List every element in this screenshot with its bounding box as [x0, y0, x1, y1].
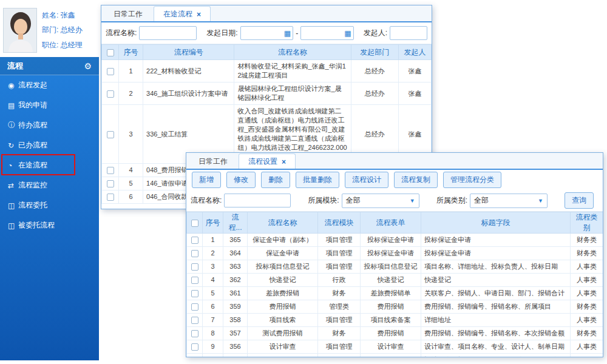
col-person: 发起人 — [398, 45, 431, 60]
calendar-icon[interactable]: ▦ — [344, 29, 351, 38]
select-all-checkbox[interactable] — [107, 49, 114, 56]
sidebar-item-label: 流程委托 — [18, 200, 47, 211]
table-row[interactable]: 1 365 保证金申请（副本） 项目管理 投标保证金申请 投标保证金申请 财务类 — [187, 234, 603, 247]
cell-no: 1 — [119, 60, 143, 83]
cell-category: 财务类 — [571, 247, 603, 260]
row-checkbox[interactable] — [191, 263, 198, 271]
cell-no: 8 — [203, 327, 223, 340]
row-checkbox[interactable] — [191, 250, 198, 257]
sidebar-item[interactable]: ⇄ 流程监控 — [0, 175, 99, 195]
tabbar: 日常工作 在途流程 × — [101, 5, 432, 22]
row-checkbox[interactable] — [191, 343, 198, 351]
table-row[interactable]: 3 363 投标项目信息登记 项目管理 投标项目信息登记 项目名称、详细地址、投… — [187, 260, 603, 274]
cell-category: 财务类 — [571, 327, 603, 340]
user-title: 职位: 总经理 — [42, 40, 83, 50]
cell-form: 费用报销 — [361, 327, 421, 340]
row-checkbox[interactable] — [107, 131, 114, 138]
module-label: 所属模块: — [308, 195, 339, 206]
sidebar-item-label: 已办流程 — [18, 140, 47, 150]
sidebar-item-label: 我的申请 — [18, 100, 47, 110]
date-to-input[interactable]: ▦ — [300, 26, 353, 40]
cell-name: 设计审查 — [248, 340, 318, 354]
tab-close-icon[interactable]: × — [197, 11, 201, 18]
process-name-input[interactable] — [224, 194, 291, 207]
calendar-icon[interactable]: ▦ — [284, 29, 291, 38]
sidebar-item-icon: ◉ — [8, 81, 18, 90]
cell-form: 设计进度汇报 — [361, 354, 421, 358]
table-row[interactable]: 6 359 费用报销 管理类 费用报销 费用报销、报销编号、报销名称、所属项目 … — [187, 300, 603, 314]
sidebar-item[interactable]: ↻ 已办流程 — [0, 135, 99, 155]
toolbar-button[interactable]: 批量删除 — [296, 172, 339, 188]
table-row[interactable]: 8 357 测试费用报销 财务 费用报销 费用报销、报销编号、报销名称、本次报销… — [187, 327, 603, 340]
sidebar-item[interactable]: ◉ 流程发起 — [0, 75, 99, 95]
tab-close-icon[interactable]: × — [282, 158, 286, 166]
cell-dept: 总经办 — [351, 83, 398, 105]
tab-daily-work[interactable]: 日常工作 — [189, 154, 237, 169]
row-checkbox[interactable] — [191, 290, 198, 297]
table-row[interactable]: 7 358 项目线索 项目管理 项目线索备案 详细地址 人事类 — [187, 314, 603, 327]
toolbar-button[interactable]: 流程设计 — [345, 172, 388, 188]
row-checkbox[interactable] — [191, 303, 198, 311]
cell-form: 投标保证金申请 — [361, 247, 421, 260]
cell-module: 项目管理 — [318, 340, 361, 354]
row-checkbox[interactable] — [107, 194, 114, 201]
initiator-input[interactable] — [390, 26, 427, 40]
row-checkbox[interactable] — [107, 90, 114, 98]
cell-module: 财务 — [318, 287, 361, 300]
select-all-checkbox[interactable] — [191, 220, 198, 227]
table-row[interactable]: 5 361 差旅费报销 财务 差旅费报销单 关联客户、报销人、申请日期、部门、报… — [187, 287, 603, 300]
row-checkbox[interactable] — [191, 317, 198, 324]
toolbar-button[interactable]: 修改 — [226, 172, 256, 188]
toolbar-button[interactable]: 删除 — [261, 172, 290, 188]
sidebar-item[interactable]: ◫ 被委托流程 — [0, 215, 99, 235]
cell-title-fields: 费用报销、报销编号、报销名称、本次报销金额 — [421, 327, 571, 340]
process-settings-table: 序号 流程... 流程名称 流程模块 流程表单 标题字段 流程类别 1 365 … — [186, 212, 603, 357]
chevron-down-icon: ▼ — [538, 198, 543, 204]
table-row[interactable]: 1 222_材料验收登记 材料验收登记_材料采购_张鑫_华润12城房建工程项目 … — [102, 60, 432, 83]
sidebar-item-icon: ⇄ — [8, 181, 18, 190]
category-select[interactable]: 全部 ▼ — [470, 194, 548, 208]
process-name-input[interactable] — [139, 26, 197, 40]
toolbar-button[interactable]: 流程复制 — [394, 172, 438, 188]
sidebar-item-icon: ↻ — [8, 141, 18, 150]
sidebar-item[interactable]: ◔ 在途流程 — [0, 155, 99, 175]
sidebar-item[interactable]: ◫ 流程委托 — [0, 195, 99, 215]
cell-pid: 357 — [223, 327, 248, 340]
row-checkbox[interactable] — [107, 167, 114, 174]
row-checkbox[interactable] — [191, 237, 198, 244]
cell-category: 人事类 — [571, 260, 603, 274]
table-row[interactable]: 9 356 设计审查 项目管理 设计审查 设计审查、项目名称、专业、设计人、制单… — [187, 340, 603, 354]
toolbar: 新增 修改 删除 批量删除 流程设计 流程复制 管理流程分类 — [186, 170, 603, 190]
toolbar-button[interactable]: 管理流程分类 — [443, 172, 501, 188]
start-date-label: 发起日期: — [206, 28, 237, 38]
sidebar-item[interactable]: ⓘ 待办流程 — [0, 115, 99, 135]
tab-in-transit[interactable]: 在途流程 × — [154, 6, 211, 21]
sidebar-item-label: 流程发起 — [18, 80, 47, 90]
cell-title-fields: 快递登记 — [421, 274, 571, 287]
cell-module: 项目管理 — [318, 314, 361, 327]
cell-category: 财务类 — [571, 300, 603, 314]
row-checkbox[interactable] — [107, 180, 114, 187]
filter-bar: 流程名称: 发起日期: ▦ - ▦ 发起人: — [101, 22, 432, 44]
toolbar-button[interactable]: 新增 — [192, 172, 221, 188]
table-row[interactable]: 4 362 快递登记 行政 快递登记 快递登记 人事类 — [187, 274, 603, 287]
cell-no: 1 — [203, 234, 223, 247]
gear-icon[interactable]: ⚙ — [84, 61, 92, 71]
col-no: 序号 — [203, 212, 223, 234]
module-select[interactable]: 全部 ▼ — [342, 194, 419, 208]
sidebar-item-icon: ◔ — [8, 161, 18, 170]
tab-daily-work[interactable]: 日常工作 — [104, 7, 152, 21]
cell-name: 保证金申请 — [248, 247, 318, 260]
tab-process-settings[interactable]: 流程设置 × — [239, 153, 296, 169]
table-row[interactable]: 2 364 保证金申请 项目管理 投标保证金申请 投标保证金申请 财务类 — [187, 247, 603, 260]
row-checkbox[interactable] — [191, 277, 198, 284]
sidebar-item[interactable]: ▤ 我的申请 — [0, 95, 99, 115]
search-button[interactable]: 查询 — [565, 192, 594, 209]
cell-code: 222_材料验收登记 — [143, 60, 234, 83]
table-row[interactable]: 10 355 设计进度汇报 项目管理 设计进度汇报 设计进度汇报、所属项目、任务… — [187, 354, 603, 358]
row-checkbox[interactable] — [191, 330, 198, 337]
table-row[interactable]: 2 346_施工组织设计方案申请 晟铭园林绿化工程组织设计方案_晟铭园林绿化工程… — [102, 83, 432, 105]
row-checkbox[interactable] — [107, 68, 114, 75]
date-from-input[interactable]: ▦ — [240, 26, 293, 40]
cell-pid: 363 — [223, 260, 248, 274]
